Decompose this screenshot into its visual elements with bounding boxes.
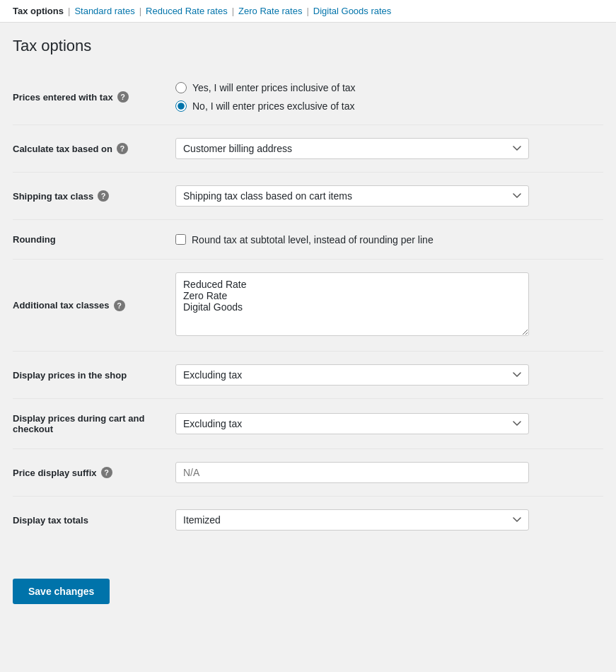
additional-tax-classes-textarea[interactable]: Reduced Rate Zero Rate Digital Goods [175, 272, 529, 336]
nav-tax-options[interactable]: Tax options [13, 6, 64, 16]
nav-separator-1: | [68, 6, 70, 16]
radio-exclusive[interactable]: No, I will enter prices exclusive of tax [175, 100, 603, 112]
row-rounding: Rounding Round tax at subtotal level, in… [13, 220, 603, 260]
label-price-display-suffix: Price display suffix ? [13, 449, 168, 497]
page-title: Tax options [13, 37, 603, 55]
top-navigation: Tax options | Standard rates | Reduced R… [0, 0, 616, 23]
rounding-checkbox-label[interactable]: Round tax at subtotal level, instead of … [175, 234, 603, 245]
row-calculate-tax-based-on: Calculate tax based on ? Customer billin… [13, 125, 603, 173]
save-button[interactable]: Save changes [13, 579, 110, 604]
display-prices-shop-select[interactable]: Excluding tax Including tax [175, 364, 529, 386]
label-shipping-tax-class: Shipping tax class ? [13, 173, 168, 220]
nav-separator-2: | [139, 6, 141, 16]
label-rounding: Rounding [13, 220, 168, 260]
calculate-tax-select[interactable]: Customer billing address Customer shippi… [175, 138, 529, 159]
row-display-tax-totals: Display tax totals Itemized As a single … [13, 497, 603, 544]
nav-separator-4: | [306, 6, 308, 16]
content-area: Tax options Prices entered with tax ? Ye… [0, 23, 616, 557]
radio-exclusive-label: No, I will enter prices exclusive of tax [192, 100, 355, 112]
tax-options-form: Prices entered with tax ? Yes, I will en… [13, 69, 603, 543]
display-prices-cart-select[interactable]: Excluding tax Including tax [175, 413, 529, 434]
radio-exclusive-input[interactable] [175, 100, 187, 112]
row-prices-entered-with-tax: Prices entered with tax ? Yes, I will en… [13, 69, 603, 125]
row-additional-tax-classes: Additional tax classes ? Reduced Rate Ze… [13, 260, 603, 352]
radio-inclusive-input[interactable] [175, 82, 187, 93]
help-icon-shipping-tax[interactable]: ? [98, 190, 109, 202]
rounding-checkbox-text: Round tax at subtotal level, instead of … [192, 234, 434, 245]
radio-inclusive[interactable]: Yes, I will enter prices inclusive of ta… [175, 82, 603, 93]
help-icon-additional-tax[interactable]: ? [114, 300, 125, 311]
nav-standard-rates[interactable]: Standard rates [74, 6, 134, 16]
label-prices-entered-with-tax: Prices entered with tax ? [13, 69, 168, 125]
nav-separator-3: | [232, 6, 234, 16]
display-tax-totals-select[interactable]: Itemized As a single total [175, 509, 529, 531]
label-display-prices-cart: Display prices during cart and checkout [13, 399, 168, 449]
prices-tax-radio-group: Yes, I will enter prices inclusive of ta… [175, 82, 603, 112]
nav-digital-goods-rates[interactable]: Digital Goods rates [313, 6, 392, 16]
row-price-display-suffix: Price display suffix ? [13, 449, 603, 497]
label-additional-tax-classes: Additional tax classes ? [13, 260, 168, 352]
help-icon-calculate-tax[interactable]: ? [117, 143, 128, 154]
help-icon-prices-entered[interactable]: ? [117, 91, 129, 103]
row-display-prices-cart: Display prices during cart and checkout … [13, 399, 603, 449]
price-display-suffix-input[interactable] [175, 462, 529, 483]
rounding-checkbox[interactable] [175, 234, 186, 245]
label-display-tax-totals: Display tax totals [13, 497, 168, 544]
nav-zero-rate-rates[interactable]: Zero Rate rates [238, 6, 302, 16]
help-icon-price-suffix[interactable]: ? [101, 467, 112, 478]
row-shipping-tax-class: Shipping tax class ? Shipping tax class … [13, 173, 603, 220]
label-display-prices-shop: Display prices in the shop [13, 352, 168, 399]
row-display-prices-shop: Display prices in the shop Excluding tax… [13, 352, 603, 399]
shipping-tax-class-select[interactable]: Shipping tax class based on cart items S… [175, 185, 529, 207]
radio-inclusive-label: Yes, I will enter prices inclusive of ta… [192, 82, 356, 93]
nav-reduced-rate-rates[interactable]: Reduced Rate rates [146, 6, 228, 16]
footer-actions: Save changes [0, 557, 616, 625]
label-calculate-tax: Calculate tax based on ? [13, 125, 168, 173]
